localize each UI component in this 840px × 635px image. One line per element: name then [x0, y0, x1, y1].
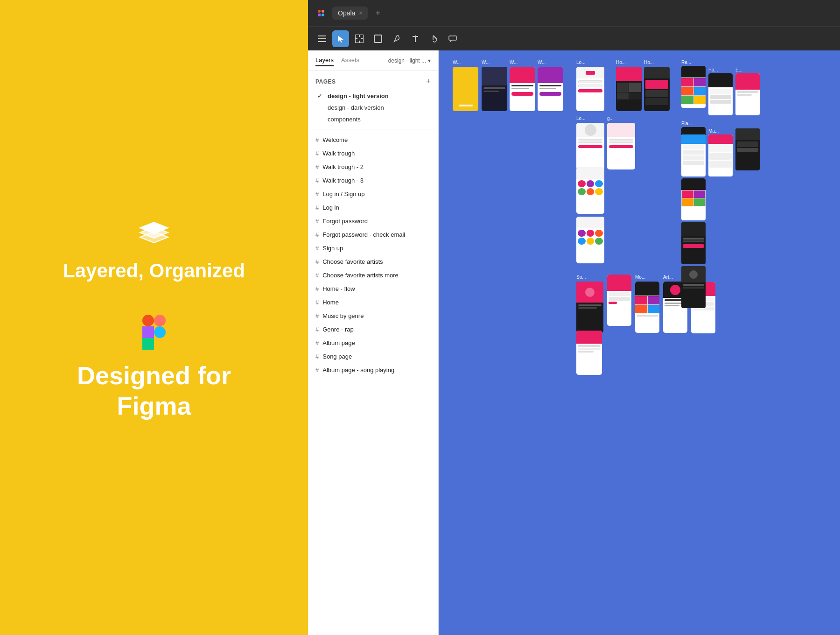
add-page-button[interactable]: +: [426, 77, 431, 86]
layer-forgot-password-check[interactable]: # Forgot password - check email: [308, 228, 438, 241]
page-active-check: ✓: [317, 93, 324, 99]
layer-choose-artists[interactable]: # Choose favorite artists: [308, 255, 438, 268]
frame-genre[interactable]: [576, 331, 602, 375]
hash-icon: #: [315, 231, 319, 238]
layer-home-flow[interactable]: # Home - flow: [308, 282, 438, 296]
layer-genre-rap[interactable]: # Genre - rap: [308, 323, 438, 336]
frame-e[interactable]: [735, 73, 760, 115]
tab-label: Opala: [338, 9, 355, 17]
hash-icon: #: [315, 299, 319, 306]
promo-panel: Layered, Organized Designed for Figma: [0, 0, 308, 635]
layer-welcome[interactable]: # Welcome: [308, 133, 438, 147]
layer-home[interactable]: # Home: [308, 296, 438, 309]
tab-close-button[interactable]: ×: [359, 10, 362, 16]
frame-label-ho1: Ho...: [616, 60, 626, 65]
hash-icon: #: [315, 190, 319, 198]
hash-icon: #: [315, 312, 319, 319]
login-signup-group: Lo... g...: [576, 116, 635, 169]
layer-login-signup[interactable]: # Log in / Sign up: [308, 187, 438, 201]
hash-icon: #: [315, 218, 319, 225]
hash-icon: #: [315, 177, 319, 184]
right-col2: [681, 134, 706, 308]
frame-tool[interactable]: [351, 30, 368, 47]
sidebar-tab-bar: Layers Assets design - light ... ▾: [308, 50, 438, 71]
frame-r4[interactable]: [681, 266, 706, 308]
design-version-selector[interactable]: design - light ... ▾: [388, 57, 431, 64]
sidebar: Layers Assets design - light ... ▾ Pages…: [308, 50, 439, 635]
frame-walk2[interactable]: [510, 67, 535, 111]
frame-lo2[interactable]: [607, 123, 635, 169]
hash-icon: #: [315, 204, 319, 211]
frame-home1[interactable]: [616, 67, 642, 111]
frame-login[interactable]: [576, 67, 604, 111]
title-bar: Opala × +: [308, 0, 840, 26]
layer-walk-trough-2[interactable]: # Walk trough - 2: [308, 160, 438, 174]
shape-tool[interactable]: [370, 30, 386, 47]
figma-app: Opala × +: [308, 0, 840, 635]
layer-walk-trough[interactable]: # Walk trough: [308, 147, 438, 160]
active-tab[interactable]: Opala ×: [332, 7, 368, 20]
main-area: Layers Assets design - light ... ▾ Pages…: [308, 50, 840, 635]
tab-layers[interactable]: Layers: [315, 55, 334, 66]
page-item-design-dark[interactable]: design - dark version: [315, 102, 431, 113]
hash-icon: #: [315, 245, 319, 252]
svg-rect-6: [322, 10, 324, 13]
layers-section: Layered, Organized: [63, 214, 245, 282]
frame-mo[interactable]: [635, 282, 659, 333]
layer-login[interactable]: # Log in: [308, 201, 438, 214]
page-item-design-light[interactable]: ✓ design - light version: [315, 90, 431, 102]
svg-point-8: [322, 14, 324, 16]
svg-rect-4: [142, 338, 154, 350]
menu-button[interactable]: [314, 30, 330, 47]
frame-af[interactable]: [607, 275, 631, 326]
hash-icon: #: [315, 136, 319, 143]
frame-home2[interactable]: [644, 67, 670, 111]
frame-lo1[interactable]: [576, 123, 604, 169]
layer-music-genre[interactable]: # Music by genre: [308, 309, 438, 323]
frame-r3[interactable]: [681, 222, 706, 264]
frame-r1[interactable]: [681, 134, 706, 176]
genre-frame: [576, 331, 602, 375]
hand-tool[interactable]: [426, 30, 442, 47]
layer-album-page[interactable]: # Album page: [308, 336, 438, 350]
frame-re[interactable]: [681, 66, 706, 108]
frame-welcome[interactable]: [453, 67, 478, 111]
hash-icon: #: [315, 339, 319, 346]
layers-icon: [135, 214, 173, 251]
add-tab-button[interactable]: +: [371, 7, 384, 20]
frame-label-welcome: W...: [453, 60, 461, 65]
pen-tool[interactable]: [388, 30, 405, 47]
frame-walk3[interactable]: [538, 67, 563, 111]
frame-dark1[interactable]: [735, 128, 760, 170]
frame-artists1[interactable]: [576, 167, 604, 214]
comment-tool[interactable]: [444, 30, 461, 47]
layer-signup[interactable]: # Sign up: [308, 241, 438, 255]
layer-album-song-playing[interactable]: # Album page - song playing: [308, 363, 438, 377]
pages-header: Pages +: [315, 77, 431, 86]
figma-menu-button[interactable]: [314, 6, 329, 21]
toolbar: [308, 26, 840, 50]
frame-so[interactable]: [576, 282, 603, 333]
svg-rect-10: [318, 38, 326, 39]
layer-walk-trough-3[interactable]: # Walk trough - 3: [308, 174, 438, 187]
canvas[interactable]: W... W... W...: [439, 50, 840, 635]
select-tool[interactable]: [332, 30, 349, 47]
frame-ma[interactable]: [708, 134, 733, 176]
page-item-components[interactable]: components: [315, 113, 431, 125]
frame-walk1[interactable]: [482, 67, 507, 111]
hash-icon: #: [315, 150, 319, 157]
hash-icon: #: [315, 326, 319, 333]
frame-r2[interactable]: [681, 178, 706, 220]
svg-rect-2: [142, 326, 154, 338]
chevron-down-icon: ▾: [428, 57, 431, 64]
svg-point-3: [154, 326, 166, 338]
text-tool[interactable]: [407, 30, 424, 47]
tab-assets[interactable]: Assets: [341, 55, 359, 66]
layer-forgot-password[interactable]: # Forgot password: [308, 214, 438, 228]
svg-rect-5: [318, 10, 321, 13]
layer-choose-artists-more[interactable]: # Choose favorite artists more: [308, 268, 438, 282]
frame-artists2[interactable]: [576, 217, 604, 263]
frame-po[interactable]: [708, 73, 733, 115]
hash-icon: #: [315, 272, 319, 279]
layer-song-page[interactable]: # Song page: [308, 350, 438, 363]
